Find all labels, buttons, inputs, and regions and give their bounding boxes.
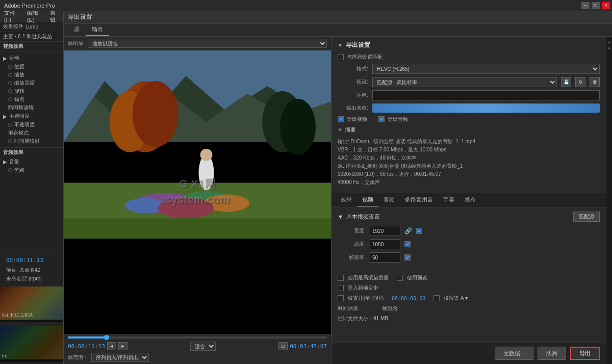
height-checkbox[interactable]: [404, 241, 411, 247]
window-controls: ─ □ ×: [581, 2, 610, 9]
tab-captions[interactable]: 字幕: [438, 193, 460, 207]
source-scale-label: 源缩放:: [68, 40, 85, 47]
radio-icon: [8, 123, 12, 127]
audio-effects-label: 音频效果: [0, 147, 63, 157]
thumb-ire-label: Ire: [2, 353, 8, 358]
main-sequence-label: 主要 • 6-1 和过儿花丛: [0, 32, 63, 42]
export-audio-cb[interactable]: [378, 116, 385, 122]
max-quality-label: 使用最高渲染质量: [348, 274, 389, 281]
scaleb-item[interactable]: 缩放宽度: [0, 79, 63, 87]
match-sequence-label: 与序列设置匹配: [347, 54, 382, 61]
video-preview: G X1网system.com: [64, 50, 331, 334]
file-size-row: 估计文件大小：91 MB: [338, 315, 600, 322]
effects-control-label: 效果控件: [3, 23, 23, 30]
dialog-tabs: 源 输出: [64, 23, 612, 37]
lumo-label: Lumo: [26, 24, 38, 30]
summary-collapse-icon[interactable]: ▼: [338, 127, 343, 133]
clip-button[interactable]: ⊡: [278, 342, 288, 350]
timeline-progress: [68, 336, 107, 339]
output-name-bar[interactable]: [372, 103, 600, 113]
timeline-thumb[interactable]: [104, 335, 109, 340]
comment-label: 注释:: [338, 92, 368, 99]
settings-icon-button[interactable]: ⚙: [575, 77, 585, 87]
anchor-item[interactable]: 锚点: [0, 95, 63, 103]
tab-audio[interactable]: 音频: [378, 193, 400, 207]
delete-preset-button[interactable]: 🗑: [590, 77, 600, 87]
blend-mode-item[interactable]: 混合模式: [0, 129, 63, 137]
height-input[interactable]: [370, 239, 400, 249]
app-container: 文件(F) 编辑(E) 剪辑 效果控件 Lumo 主要 • 6-1 和过儿花丛 …: [0, 11, 612, 364]
thumbnail-2: Ire: [0, 326, 63, 362]
scroll-down-arrow[interactable]: ▼: [607, 46, 611, 51]
close-button[interactable]: ×: [602, 2, 610, 9]
time-interp-value: 帧混合: [382, 305, 398, 312]
tab-publish[interactable]: 发布: [460, 193, 481, 207]
position-item[interactable]: 位置: [0, 63, 63, 71]
export-video-row: 导出视频 导出音频: [338, 116, 600, 123]
anti-flicker-item[interactable]: 防闪烁滤镜: [0, 103, 63, 112]
end-timecode: 00:01:45:07: [290, 343, 327, 350]
bypass-item[interactable]: 旁路: [0, 166, 63, 174]
tab-effects[interactable]: 效果: [336, 193, 357, 207]
prev-frame-button[interactable]: ◄: [107, 342, 116, 350]
menu-bar: 文件(F) 编辑(E) 剪辑: [0, 11, 63, 21]
metadata-button[interactable]: 元数据...: [495, 347, 533, 360]
maximize-button[interactable]: □: [592, 2, 600, 9]
radio-icon: [8, 168, 12, 172]
fit-select[interactable]: 适合: [190, 342, 216, 351]
right-sidebar: ▲ ▼: [606, 37, 612, 364]
tab-video[interactable]: 视频: [357, 193, 378, 207]
deinterlace-cb[interactable]: [434, 295, 440, 301]
preview-area: 源缩放: 缩放以适合: [64, 37, 332, 364]
match-source-button[interactable]: 匹配源: [573, 212, 600, 222]
vs-section-title: ▼ 基本视频设置 匹配源: [338, 212, 600, 222]
width-checkbox[interactable]: [416, 228, 422, 234]
minimize-button[interactable]: ─: [581, 2, 590, 9]
import-row: 导入到项目中: [338, 284, 600, 292]
max-quality-cb[interactable]: [338, 275, 344, 281]
format-row: 格式: HEVC (H.265): [338, 64, 600, 74]
export-video-cb[interactable]: [338, 116, 344, 122]
width-label: 宽度:: [338, 227, 366, 235]
width-row: 宽度: 🔗: [338, 226, 600, 236]
range-select[interactable]: 序列切入/序列切出: [91, 353, 149, 362]
save-preset-button[interactable]: 💾: [561, 77, 571, 87]
use-preview-cb[interactable]: [397, 275, 403, 281]
thumbnail-1: 6-1 和过儿花丛: [0, 287, 63, 322]
framerate-row: 帧速率:: [338, 252, 600, 263]
summary-output: 输出: D:\Docu.. 双剑合璧 谈话 经典的单人走的背影_1_1.mp4: [338, 138, 600, 146]
framerate-input[interactable]: [370, 252, 400, 263]
preset-select[interactable]: 匹配源 - 高比特率: [372, 77, 557, 87]
tab-mux[interactable]: 多路复用器: [400, 193, 438, 207]
preview-scenery: [64, 50, 331, 239]
framerate-checkbox[interactable]: [404, 254, 411, 261]
timeline-bar[interactable]: [68, 336, 327, 339]
settings-scroll: ▼ 导出设置 与序列设置匹配 格式: HEVC (H.265): [332, 37, 606, 342]
comment-input[interactable]: [372, 90, 600, 100]
opacity-value-item[interactable]: 不透明度: [0, 121, 63, 129]
export-settings-section: ▼ 导出设置 与序列设置匹配 格式: HEVC (H.265): [332, 37, 606, 193]
scale-item[interactable]: 缩放: [0, 71, 63, 79]
scroll-up-arrow[interactable]: ▲: [607, 40, 611, 44]
source-scale-select[interactable]: 缩放以适合: [88, 39, 327, 48]
start-time-cb[interactable]: [338, 295, 344, 301]
width-input[interactable]: [370, 226, 400, 236]
vs-collapse-icon[interactable]: ▼: [338, 214, 343, 220]
next-frame-button[interactable]: ►: [118, 342, 128, 350]
export-button[interactable]: 导出: [570, 347, 600, 360]
format-select[interactable]: HEVC (H.265): [372, 64, 600, 74]
source-control: 源缩放: 缩放以适合: [64, 37, 331, 50]
panel-header: 效果控件 Lumo: [0, 21, 63, 32]
tab-output[interactable]: 输出: [86, 23, 109, 36]
match-sequence-cb[interactable]: [338, 54, 344, 60]
use-preview-label: 使用预览: [407, 274, 427, 281]
import-cb[interactable]: [338, 285, 344, 291]
time-remap-item[interactable]: 时间重映射: [0, 137, 63, 145]
preset-row: 预设: 匹配源 - 高比特率 💾 ⚙ 🗑: [338, 77, 600, 87]
queue-button[interactable]: 队列: [538, 347, 566, 360]
tab-source[interactable]: 源: [68, 23, 86, 36]
start-time-value: 00:00:00:00: [392, 296, 425, 301]
export-settings-header: ▼ 导出设置: [338, 41, 600, 49]
rotate-item[interactable]: 旋转: [0, 87, 63, 95]
collapse-icon[interactable]: ▼: [338, 42, 343, 48]
